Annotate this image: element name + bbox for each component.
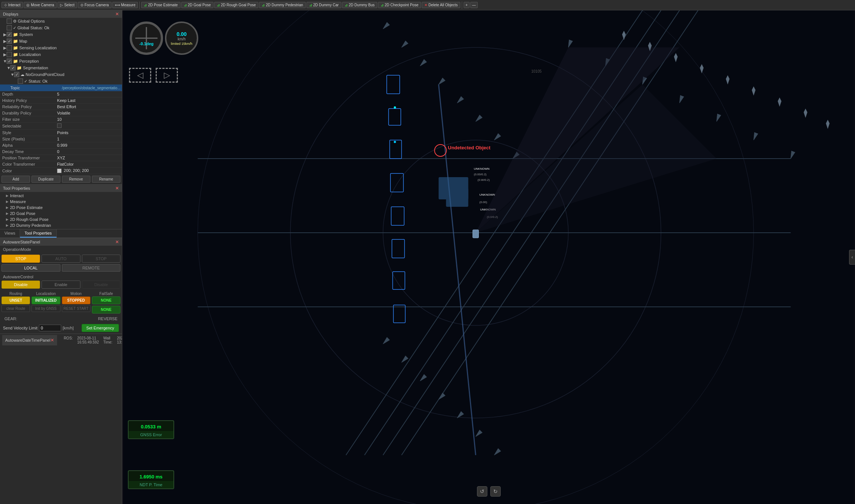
tree-item-global-options[interactable]: ⚙ Global Options: [0, 18, 122, 24]
velocity-input[interactable]: [39, 325, 61, 331]
folder-icon: 📁: [13, 32, 18, 37]
minus-button[interactable]: —: [470, 2, 478, 8]
goal-pose-button[interactable]: ⊿ 2D Goal Pose: [181, 2, 213, 8]
auto-mode-button[interactable]: AUTO: [42, 255, 80, 263]
right-panel-toggle-button[interactable]: ‹: [849, 250, 855, 265]
prop-value: Volatile: [55, 110, 122, 116]
motion-label: Motion: [70, 292, 82, 296]
prop-row-color: Color 200; 200; 200: [0, 168, 122, 174]
checkbox-segmentation[interactable]: ✓: [10, 65, 16, 70]
enable-button[interactable]: Enable: [42, 281, 80, 289]
emergency-button[interactable]: Set Emergency: [82, 324, 119, 332]
dummy-pedestrian-button[interactable]: ⊿ 2D Dummy Pedestrian: [259, 2, 306, 8]
tool-item-rough-goal[interactable]: ▶ 2D Rough Goal Pose: [0, 216, 122, 222]
tool-properties-close-button[interactable]: ✕: [115, 186, 119, 191]
checkbox-global-status[interactable]: [7, 25, 12, 30]
disable2-button[interactable]: Disable: [82, 281, 120, 289]
tab-views[interactable]: Views: [0, 229, 20, 238]
tool-item-label: 2D Rough Goal Pose: [10, 217, 49, 222]
svg-point-54: [394, 141, 396, 143]
stop-mode-button[interactable]: STOP: [1, 255, 40, 263]
tab-tool-properties[interactable]: Tool Properties: [20, 229, 56, 238]
prop-value: Keep Last: [55, 97, 122, 104]
svg-text:UNKNOWN: UNKNOWN: [474, 167, 490, 170]
move-camera-button[interactable]: ◎ Move Camera: [24, 2, 57, 8]
reset-start-button[interactable]: RESET START: [62, 305, 90, 312]
pose-estimate-button[interactable]: ⊿ 2D Pose Estimate: [141, 2, 180, 8]
svg-text:(0.W/0.2): (0.W/0.2): [478, 178, 490, 182]
remove-button[interactable]: Remove: [62, 176, 90, 183]
properties-table: Depth 5 History Policy Keep Last Reliabi…: [0, 91, 122, 174]
tool-item-label: Measure: [10, 199, 26, 204]
checkbox-sensing[interactable]: [7, 45, 12, 50]
tree-item-no-ground[interactable]: ▼ ✓ ☁ NoGroundPointCloud: [0, 71, 122, 78]
datetime-close-button[interactable]: ✕: [50, 338, 54, 343]
map-canvas: UNKNOWN (0.00/0.2) (0.W/0.2) UNKNOWN (0.…: [122, 10, 855, 504]
item-label: Global Status: Ok: [17, 26, 120, 30]
checkbox-status[interactable]: [18, 79, 23, 84]
folder-icon: ⚙: [13, 19, 17, 24]
tree-item-map[interactable]: ▶ ✓ 📁 Map: [0, 38, 122, 44]
tree-item-sensing[interactable]: ▶ 📁 Sensing Localization: [0, 44, 122, 51]
focus-camera-button[interactable]: ⊙ Focus Camera: [78, 2, 112, 8]
checkbox-system[interactable]: ✓: [7, 32, 12, 37]
duplicate-button[interactable]: Duplicate: [32, 176, 60, 183]
add-button[interactable]: Add: [1, 176, 30, 183]
delete-all-button[interactable]: ✕ Delete All Objects: [422, 2, 460, 8]
tree-item-topic[interactable]: Topic /perception/obstacle_segmentatio..…: [0, 84, 122, 91]
tree-item-system[interactable]: ▶ ✓ 📁 System: [0, 31, 122, 38]
routing-label: Routing: [9, 292, 22, 296]
none-badge-1: NONE: [92, 296, 120, 304]
init-gnss-button[interactable]: Init by GNSS: [32, 305, 60, 312]
motion-status: Motion STOPPED RESET START: [62, 292, 90, 314]
checkbox-localization[interactable]: [7, 52, 12, 57]
tree-item-status-ok[interactable]: ✓ Status: Ok: [0, 78, 122, 84]
tree-item-localization[interactable]: ▶ 📁 Localization: [0, 51, 122, 58]
prop-label: History Policy: [0, 97, 55, 104]
autoware-close-button[interactable]: ✕: [115, 239, 119, 245]
rename-button[interactable]: Rename: [92, 176, 120, 183]
clear-route-button[interactable]: clear Route: [1, 305, 30, 312]
dummy-car-button[interactable]: ⊿ 2D Dummy Car: [306, 2, 341, 8]
expand-arrow-segmentation: ▼: [7, 66, 10, 70]
measure-button[interactable]: ⟺ Measure: [112, 2, 138, 8]
stopped-mode-button[interactable]: STOP: [82, 255, 120, 263]
prop-value: XYZ: [55, 155, 122, 161]
remote-button[interactable]: REMOTE: [62, 264, 121, 272]
item-label: NoGroundPointCloud: [26, 72, 120, 77]
disable-button[interactable]: Disable: [1, 281, 40, 289]
local-button[interactable]: LOCAL: [1, 264, 60, 272]
tool-item-interact[interactable]: ▶ Interact: [0, 193, 122, 199]
checkpoint-pose-button[interactable]: ⊿ 2D Checkpoint Pose: [378, 2, 421, 8]
prop-value: 200; 200; 200: [55, 168, 122, 174]
prop-label: Color Transformer: [0, 161, 55, 168]
plus-button[interactable]: +: [464, 2, 470, 8]
toolbar: ⊹ Interact ◎ Move Camera ▷ Select ⊙ Focu…: [0, 0, 855, 10]
tree-item-segmentation[interactable]: ▼ ✓ 📁 Segmentation: [0, 64, 122, 71]
prop-row-style: Style Points: [0, 130, 122, 136]
dummy-bus-button[interactable]: ⊿ 2D Dummy Bus: [342, 2, 377, 8]
rotate-right-button[interactable]: ↻: [490, 486, 501, 497]
select-button[interactable]: ▷ Select: [57, 2, 77, 8]
tool-item-dummy-pedestrian[interactable]: ▶ 2D Dummy Pedestrian: [0, 222, 122, 228]
tree-item-perception[interactable]: ▼ ✓ 📁 Perception: [0, 58, 122, 64]
rotate-left-button[interactable]: ↺: [477, 486, 487, 497]
tool-item-goal-pose[interactable]: ▶ 2D Goal Pose: [0, 210, 122, 216]
expand-arrow-noground: ▼: [10, 72, 14, 77]
interact-button[interactable]: ⊹ Interact: [1, 2, 23, 8]
tool-item-pose-estimate[interactable]: ▶ 2D Pose Estimate: [0, 205, 122, 210]
separator-2: [462, 1, 462, 9]
tool-item-measure[interactable]: ▶ Measure: [0, 199, 122, 205]
checkbox-global-options[interactable]: [7, 19, 12, 24]
rough-goal-button[interactable]: ⊿ 2D Rough Goal Pose: [214, 2, 259, 8]
select-label: Select: [64, 3, 74, 7]
stopped-badge: STOPPED: [62, 296, 90, 304]
initialized-badge: INITIALIZED: [32, 296, 60, 304]
autoware-panel-label: AutowareStatePanel: [3, 240, 40, 244]
checkbox-map[interactable]: ✓: [7, 39, 12, 44]
focus-camera-label: Focus Camera: [84, 3, 109, 7]
checkbox-noground[interactable]: ✓: [14, 72, 19, 77]
tree-item-global-status[interactable]: ✓ Global Status: Ok: [0, 24, 122, 31]
checkbox-perception[interactable]: ✓: [7, 59, 12, 64]
displays-close-button[interactable]: ✕: [115, 11, 119, 17]
